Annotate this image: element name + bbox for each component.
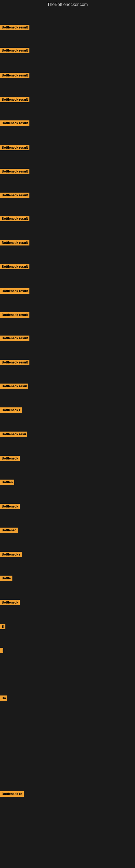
bottleneck-result-item: Bottleneck resu — [0, 432, 27, 438]
bottleneck-badge: Bottleneck result — [0, 193, 30, 198]
bottleneck-badge: Bottleneck result — [0, 73, 30, 78]
bottleneck-result-item: Bottleneck result — [0, 120, 30, 127]
bottleneck-result-item: Bottleneck resul — [0, 383, 28, 390]
bottleneck-result-item: B — [0, 624, 5, 630]
bottleneck-result-item: Bottleneck result — [0, 288, 30, 295]
bottleneck-badge: B — [0, 624, 5, 629]
bottleneck-result-item: Bottleneck result — [0, 73, 30, 79]
bottleneck-badge: Bottleneck r — [0, 407, 22, 413]
bottleneck-badge: Bottle — [0, 576, 12, 581]
bottleneck-result-item: Bottleneck result — [0, 25, 30, 31]
bottleneck-result-item: | — [0, 648, 3, 654]
bottleneck-result-item: Bottleneck result — [0, 193, 30, 199]
bottleneck-badge: Bottleneck resu — [0, 432, 27, 437]
bottleneck-result-item: Bottle — [0, 576, 12, 582]
bottleneck-badge: Bottleneck result — [0, 336, 30, 341]
bottleneck-badge: Bo — [0, 695, 7, 701]
bottleneck-badge: Bottleneck result — [0, 312, 30, 318]
site-title: TheBottlenecker.com — [0, 0, 135, 9]
bottleneck-result-item: Bottlenec — [0, 528, 18, 534]
bottleneck-result-item: Bottleneck result — [0, 169, 30, 175]
bottleneck-result-item: Bottleneck result — [0, 48, 30, 54]
bottleneck-badge: Bottleneck result — [0, 216, 30, 221]
bottleneck-result-item: Bottleneck — [0, 456, 20, 462]
bottleneck-badge: Bottleneck re — [0, 791, 24, 797]
bottleneck-badge: | — [0, 648, 3, 653]
bottleneck-result-item: Bottleneck result — [0, 145, 30, 151]
bottleneck-badge: Bottleneck r — [0, 552, 22, 557]
bottleneck-result-item: Bottleneck r — [0, 407, 22, 414]
bottleneck-badge: Bottleneck result — [0, 169, 30, 174]
bottleneck-badge: Bottleneck — [0, 504, 20, 509]
bottleneck-badge: Bottleneck result — [0, 264, 30, 269]
bottleneck-badge: Bottleneck — [0, 456, 20, 461]
bottleneck-badge: Bottleneck result — [0, 288, 30, 294]
bottleneck-result-item: Bottleneck result — [0, 264, 30, 271]
bottleneck-result-item: Bottleneck result — [0, 240, 30, 247]
bottleneck-badge: Bottleneck result — [0, 48, 30, 53]
bottleneck-result-item: Bottleneck — [0, 504, 20, 510]
bottleneck-result-item: Bottleneck result — [0, 360, 30, 366]
bottleneck-badge: Bottleneck — [0, 600, 20, 605]
bottleneck-badge: Bottleneck result — [0, 145, 30, 150]
bottleneck-result-item: Bottleneck result — [0, 216, 30, 222]
bottleneck-badge: Bottleneck result — [0, 25, 30, 30]
bottleneck-result-item: Bottleneck result — [0, 336, 30, 342]
bottleneck-result-item: Bottleneck result — [0, 312, 30, 319]
bottleneck-badge: Bottleneck result — [0, 360, 30, 365]
bottleneck-badge: Bottlen — [0, 479, 14, 485]
bottleneck-result-item: Bottlen — [0, 479, 14, 486]
bottleneck-badge: Bottleneck result — [0, 240, 30, 246]
bottleneck-result-item: Bottleneck — [0, 600, 20, 606]
bottleneck-result-item: Bottleneck re — [0, 791, 24, 798]
bottleneck-badge: Bottlenec — [0, 528, 18, 533]
bottleneck-badge: Bottleneck result — [0, 120, 30, 126]
bottleneck-result-item: Bottleneck result — [0, 97, 30, 103]
bottleneck-badge: Bottleneck result — [0, 97, 30, 102]
bottleneck-result-item: Bo — [0, 695, 7, 702]
bottleneck-badge: Bottleneck resul — [0, 383, 28, 389]
bottleneck-result-item: Bottleneck r — [0, 552, 22, 558]
